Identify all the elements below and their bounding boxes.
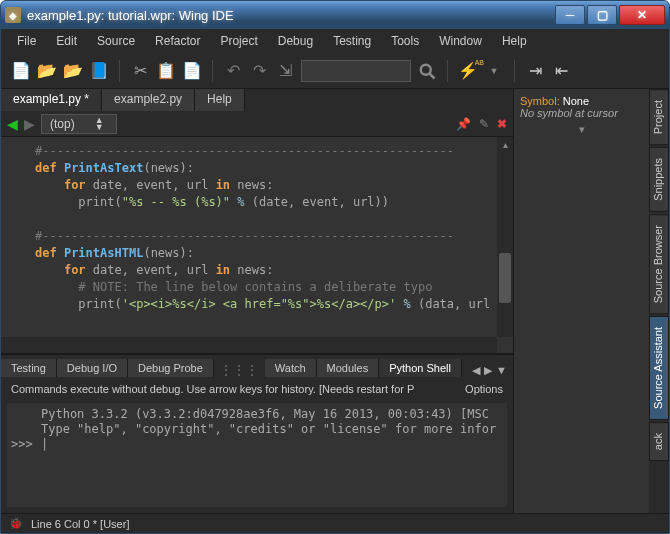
- toolbar: 📄 📂 📂 📘 ✂ 📋 📄 ↶ ↷ ⇲ ⚡ ▼ ⇥ ⇤: [1, 53, 669, 89]
- editor-vscroll[interactable]: ▴: [497, 137, 513, 337]
- batch-search-icon[interactable]: ⚡: [458, 61, 478, 81]
- editor-hscroll[interactable]: [1, 337, 497, 353]
- menu-project[interactable]: Project: [212, 31, 265, 51]
- indent-right-icon[interactable]: ⇥: [525, 61, 545, 81]
- app-icon: ◆: [5, 7, 21, 23]
- menu-edit[interactable]: Edit: [48, 31, 85, 51]
- tab-testing[interactable]: Testing: [1, 359, 57, 377]
- menu-refactor[interactable]: Refactor: [147, 31, 208, 51]
- paste-icon[interactable]: 📄: [182, 61, 202, 81]
- debug-config-icon[interactable]: ⇲: [275, 61, 295, 81]
- indent-left-icon[interactable]: ⇤: [551, 61, 571, 81]
- save-icon[interactable]: 📘: [89, 61, 109, 81]
- new-file-icon[interactable]: 📄: [11, 61, 31, 81]
- minimize-button[interactable]: ─: [555, 5, 585, 25]
- tab-scroll-right-icon[interactable]: ▶: [484, 364, 492, 377]
- menu-tools[interactable]: Tools: [383, 31, 427, 51]
- symbol-sub: No symbol at cursor: [520, 107, 643, 119]
- menubar: File Edit Source Refactor Project Debug …: [1, 29, 669, 53]
- menu-window[interactable]: Window: [431, 31, 490, 51]
- vtab-snippets[interactable]: Snippets: [649, 147, 669, 212]
- bug-icon[interactable]: 🐞: [9, 517, 23, 530]
- tab-scroll-left-icon[interactable]: ◀: [472, 364, 480, 377]
- symbol-label: Symbol:: [520, 95, 563, 107]
- close-editor-icon[interactable]: ✖: [497, 117, 507, 131]
- shell-info-text: Commands execute without debug. Use arro…: [11, 383, 414, 395]
- python-shell[interactable]: >>> Python 3.3.2 (v3.3.2:d047928ae3f6, M…: [7, 403, 507, 507]
- window-close-button[interactable]: ✕: [619, 5, 665, 25]
- undo-icon[interactable]: ↶: [223, 61, 243, 81]
- cut-icon[interactable]: ✂: [130, 61, 150, 81]
- tab-debug-probe[interactable]: Debug Probe: [128, 359, 214, 377]
- editor-tabs: example1.py * example2.py Help: [1, 89, 513, 111]
- editor-gutter: [1, 137, 31, 353]
- menu-testing[interactable]: Testing: [325, 31, 379, 51]
- open-folder2-icon[interactable]: 📂: [63, 61, 83, 81]
- scope-label: (top): [50, 117, 75, 131]
- scope-arrows-icon: ▲▼: [95, 117, 104, 131]
- editor[interactable]: #---------------------------------------…: [1, 137, 513, 353]
- code-area[interactable]: #---------------------------------------…: [31, 137, 513, 353]
- menu-source[interactable]: Source: [89, 31, 143, 51]
- tab-debug-io[interactable]: Debug I/O: [57, 359, 128, 377]
- panel-collapse-icon[interactable]: ▾: [520, 123, 643, 136]
- svg-line-1: [430, 73, 435, 78]
- status-text: Line 6 Col 0 * [User]: [31, 518, 129, 530]
- tab-grip-icon[interactable]: ⋮⋮⋮: [214, 363, 265, 377]
- titlebar: ◆ example1.py: tutorial.wpr: Wing IDE ─ …: [1, 1, 669, 29]
- editor-tab-example2[interactable]: example2.py: [102, 89, 195, 111]
- editor-tab-example1[interactable]: example1.py *: [1, 89, 102, 111]
- source-assistant-panel: Symbol: None No symbol at cursor ▾: [514, 89, 649, 513]
- menu-debug[interactable]: Debug: [270, 31, 321, 51]
- redo-icon[interactable]: ↷: [249, 61, 269, 81]
- menu-file[interactable]: File: [9, 31, 44, 51]
- tab-python-shell[interactable]: Python Shell: [379, 359, 462, 377]
- scope-selector[interactable]: (top) ▲▼: [41, 114, 117, 134]
- shell-prompt: >>>: [11, 437, 35, 452]
- vtab-project[interactable]: Project: [649, 89, 669, 145]
- dropdown-icon[interactable]: ▼: [484, 61, 504, 81]
- tab-scroll-down-icon[interactable]: ▼: [496, 364, 507, 377]
- bottom-tabs: Testing Debug I/O Debug Probe ⋮⋮⋮ Watch …: [1, 355, 513, 377]
- open-folder-icon[interactable]: 📂: [37, 61, 57, 81]
- shell-options-link[interactable]: Options: [465, 383, 503, 395]
- wand-icon[interactable]: ✎: [479, 117, 489, 131]
- svg-point-0: [421, 64, 431, 74]
- editor-tab-help[interactable]: Help: [195, 89, 245, 111]
- maximize-button[interactable]: ▢: [587, 5, 617, 25]
- statusbar: 🐞 Line 6 Col 0 * [User]: [1, 513, 669, 533]
- nav-forward-icon[interactable]: ▶: [24, 116, 35, 132]
- menu-help[interactable]: Help: [494, 31, 535, 51]
- tab-modules[interactable]: Modules: [317, 359, 380, 377]
- tab-watch[interactable]: Watch: [265, 359, 317, 377]
- window-title: example1.py: tutorial.wpr: Wing IDE: [27, 8, 234, 23]
- vtab-source-browser[interactable]: Source Browser: [649, 214, 669, 314]
- search-icon[interactable]: [417, 61, 437, 81]
- vtab-ack[interactable]: ack: [649, 422, 669, 461]
- copy-icon[interactable]: 📋: [156, 61, 176, 81]
- pin-icon[interactable]: 📌: [456, 117, 471, 131]
- search-input[interactable]: [301, 60, 411, 82]
- vtab-source-assistant[interactable]: Source Assistant: [649, 316, 669, 420]
- nav-back-icon[interactable]: ◀: [7, 116, 18, 132]
- symbol-value: None: [563, 95, 589, 107]
